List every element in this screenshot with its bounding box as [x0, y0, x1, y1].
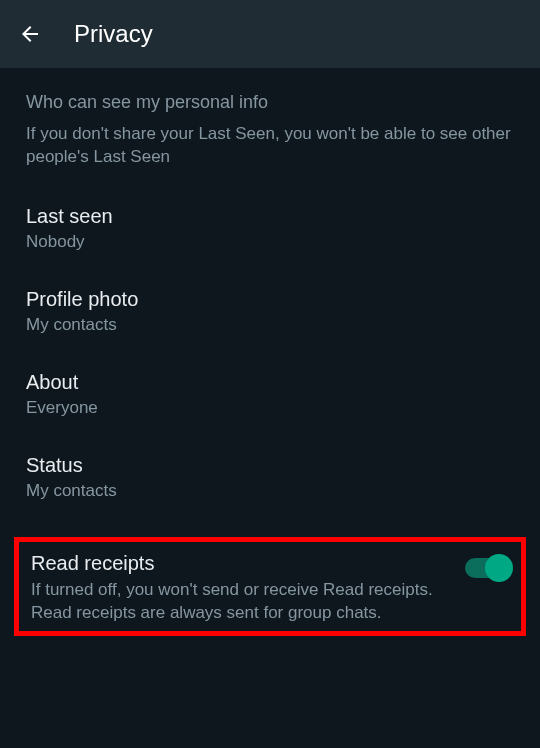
setting-value: My contacts — [26, 315, 514, 335]
setting-read-receipts[interactable]: Read receipts If turned off, you won't s… — [31, 552, 509, 625]
setting-value: Everyone — [26, 398, 514, 418]
setting-title: Last seen — [26, 205, 514, 228]
setting-last-seen[interactable]: Last seen Nobody — [26, 205, 514, 252]
back-arrow-icon[interactable] — [18, 22, 42, 46]
read-receipts-highlight: Read receipts If turned off, you won't s… — [14, 537, 526, 636]
setting-about[interactable]: About Everyone — [26, 371, 514, 418]
section-subtext: If you don't share your Last Seen, you w… — [26, 123, 514, 169]
setting-status[interactable]: Status My contacts — [26, 454, 514, 501]
read-receipts-text: Read receipts If turned off, you won't s… — [31, 552, 465, 625]
header-bar: Privacy — [0, 0, 540, 68]
setting-title: Status — [26, 454, 514, 477]
page-title: Privacy — [74, 20, 153, 48]
setting-profile-photo[interactable]: Profile photo My contacts — [26, 288, 514, 335]
setting-value: My contacts — [26, 481, 514, 501]
read-receipts-description: If turned off, you won't send or receive… — [31, 579, 445, 625]
read-receipts-title: Read receipts — [31, 552, 445, 575]
setting-title: About — [26, 371, 514, 394]
section-header: Who can see my personal info — [26, 92, 514, 113]
read-receipts-toggle[interactable] — [465, 558, 509, 578]
toggle-knob — [485, 554, 513, 582]
content-area: Who can see my personal info If you don'… — [0, 68, 540, 636]
setting-title: Profile photo — [26, 288, 514, 311]
setting-value: Nobody — [26, 232, 514, 252]
